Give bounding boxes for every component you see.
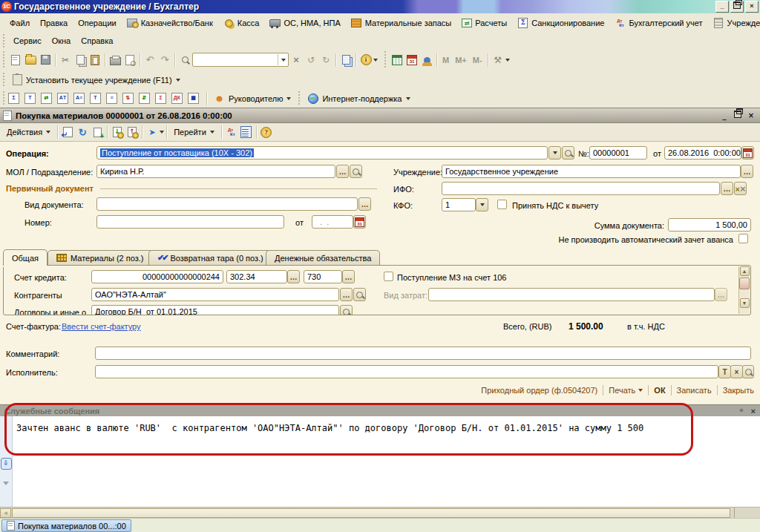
kfo-field[interactable]: 1 [442,198,476,211]
operation-field[interactable]: Поступление от поставщика (10Х - 302) [96,146,548,160]
menu-treasury-bank[interactable]: Казначейство/Банк [122,16,218,30]
output-icon[interactable] [145,125,160,139]
scroll-up-icon[interactable]: ▲ [740,266,750,276]
no-auto-offset-checkbox[interactable] [738,234,748,243]
menu-windows[interactable]: Окна [47,35,76,47]
cut-icon[interactable] [58,53,73,68]
menu-edit[interactable]: Правка [35,17,73,29]
scroll-thumb[interactable] [739,278,750,289]
kfo-dropdown-button[interactable] [476,198,488,211]
credit-account-ellipsis-button[interactable]: … [287,270,300,283]
document-titlebar[interactable]: Покупка материалов 00000001 от 26.08.201… [0,108,760,123]
menu-accounting[interactable]: Бухгалтерский учет [609,16,707,30]
ifo-field[interactable] [442,182,720,195]
help-icon[interactable] [259,125,274,139]
vat-deduct-checkbox[interactable] [497,200,507,209]
settings-dropdown-arrow-icon[interactable] [505,59,510,62]
goto-button[interactable]: Перейти [169,126,219,138]
receipt-order-button[interactable]: Приходный ордер (ф.0504207) [481,386,597,395]
contractors-search-button[interactable] [353,288,366,301]
institution-field[interactable]: Государственное учреждение [442,165,741,178]
doc-kind-field[interactable] [96,197,358,211]
search-dropdown-arrow-icon[interactable] [278,54,288,65]
info-icon[interactable] [358,53,373,68]
print-icon[interactable] [108,53,122,68]
account-card-report-icon[interactable]: T [90,93,101,104]
search-icon[interactable] [177,53,192,68]
institution-ellipsis-button[interactable]: … [741,165,753,178]
output-dropdown-arrow-icon[interactable] [160,131,164,134]
scroll-down-icon[interactable]: ▼ [740,298,750,308]
minimize-button[interactable]: _ [715,1,729,13]
doc-date-field[interactable]: . . [312,215,353,229]
subconto-analysis-report-icon[interactable]: А≡ [73,93,85,104]
account-turnover-report-icon[interactable]: T [24,93,36,104]
find-next-icon[interactable] [318,53,333,68]
operation-search-button[interactable] [562,146,574,160]
save-icon[interactable] [38,53,53,68]
set-current-institution-button[interactable]: Установить текущее учреждение (F11) [8,73,185,87]
post-document-icon[interactable] [110,125,125,139]
date-calendar-button[interactable] [741,146,754,160]
tab-returnable-packaging[interactable]: ✔✔ Возвратная тара (0 поз.) [148,250,272,265]
find-previous-icon[interactable] [304,53,318,68]
undo-icon[interactable] [142,53,157,68]
scroll-left-icon[interactable]: ◄ [0,508,11,518]
ifo-clear-button[interactable]: × [734,182,747,195]
restore-button[interactable] [730,1,744,13]
scroll-message-icon[interactable]: ⇩ [1,458,12,470]
scroll-thumb[interactable] [12,508,730,518]
menu-fixed-assets[interactable]: ОС, НМА, НПА [264,16,345,30]
mz-106-checkbox[interactable] [384,272,393,281]
redo-icon[interactable] [157,53,172,68]
menu-authorization[interactable]: Санкционирование [512,16,609,30]
enter-invoice-link[interactable]: Ввести счет-фактуру [62,322,141,331]
doc-minimize-button[interactable]: _ [718,111,730,121]
manager-button[interactable]: Руководителю [209,92,295,105]
operation-dropdown-button[interactable] [548,146,561,160]
mol-search-button[interactable] [350,165,362,178]
menu-service[interactable]: Сервис [8,35,47,47]
write-button[interactable]: Записать [677,386,712,395]
ifo-ellipsis-button[interactable]: … [721,182,733,195]
chess-sheet-report-icon[interactable]: Σ [155,93,166,104]
taskbar-item[interactable]: Покупка материалов 00...:00 [1,519,131,532]
doc-number-field[interactable] [96,215,284,229]
user-settings-icon[interactable] [419,53,434,68]
credit-account-field[interactable]: 302.34 [226,270,287,283]
cost-type-field[interactable] [428,288,715,301]
copy-document-icon[interactable] [90,125,105,139]
paste-icon[interactable] [88,53,102,68]
actions-button[interactable]: Действия [2,126,55,138]
close-button[interactable]: × [745,1,759,13]
executor-clear-button[interactable]: × [730,365,743,378]
memory-add-button[interactable]: M+ [452,56,470,65]
executor-field[interactable] [95,365,718,378]
menu-file[interactable]: Файл [4,17,35,29]
window-copy-icon[interactable] [338,53,353,68]
panel-scrollbar[interactable]: ▲ ▼ [738,266,750,314]
executor-search-button[interactable] [742,365,754,378]
copy-icon[interactable] [73,53,88,68]
doc-date-calendar-button[interactable] [353,215,366,229]
print-preview-icon[interactable] [122,53,137,68]
menu-operations[interactable]: Операции [73,17,121,29]
doc-close-button[interactable]: × [745,111,757,121]
mol-ellipsis-button[interactable]: … [336,165,349,178]
posting-report-icon[interactable]: ⇅ [122,93,134,104]
summary-postings-report-icon[interactable]: ⇵ [139,93,150,104]
tab-general[interactable]: Общая [3,249,48,266]
menu-settlements[interactable]: Расчеты [456,17,512,29]
menu-cash[interactable]: Касса [218,16,265,30]
menu-help[interactable]: Справка [76,35,118,47]
menu-material-stocks[interactable]: Материальные запасы [346,16,457,30]
executor-text-button[interactable]: T [718,365,731,378]
account-list-report-icon[interactable]: ≡ [106,93,117,104]
subconto-card-report-icon[interactable]: АT [57,93,68,104]
contractors-ellipsis-button[interactable]: … [340,288,353,301]
cost-type-ellipsis-button[interactable]: … [715,288,727,301]
kosgu-field[interactable]: 730 [304,270,342,283]
contracts-search-button[interactable] [340,305,353,315]
postings-dtkt-icon[interactable] [224,125,239,139]
memory-recall-button[interactable]: M [439,56,452,65]
